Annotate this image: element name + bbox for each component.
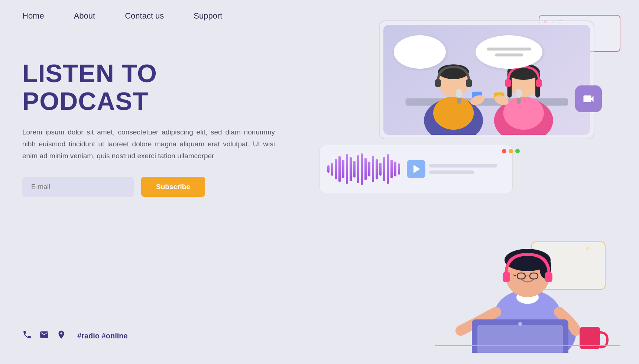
main-title: LISTEN TO PODCAST [22, 59, 275, 115]
waveform-bar [361, 153, 363, 185]
waveform-bar [387, 154, 389, 184]
bottom-person-illustration [416, 197, 620, 353]
speech-bubble-left [394, 35, 446, 69]
svg-rect-30 [545, 272, 552, 282]
description: Lorem ipsum dolor sit amet, consectetuer… [22, 126, 275, 162]
speech-line-1 [487, 48, 531, 51]
speech-line-2 [495, 53, 523, 56]
waveform-bar [364, 158, 367, 180]
svg-rect-37 [477, 325, 563, 353]
svg-rect-16 [505, 79, 511, 87]
waveform-bar [350, 157, 352, 181]
location-icon [56, 330, 66, 342]
nav-home[interactable]: Home [22, 11, 44, 21]
waveform-bar [335, 159, 337, 179]
waveform-bar [379, 163, 382, 176]
waveform-bar [327, 165, 330, 173]
svg-point-38 [518, 322, 522, 326]
svg-rect-17 [536, 79, 542, 87]
subscribe-button[interactable]: Subscribe [141, 177, 205, 197]
illustration-area [267, 0, 639, 364]
video-camera-icon [575, 85, 602, 112]
waveform-bar [357, 155, 359, 183]
svg-rect-6 [466, 79, 472, 87]
waveform-bar [353, 161, 356, 178]
play-button[interactable] [407, 160, 425, 178]
svg-point-2 [433, 97, 474, 130]
nav-contact[interactable]: Contact us [125, 11, 164, 21]
audio-line-2 [429, 170, 474, 174]
svg-point-11 [503, 97, 544, 130]
svg-rect-29 [503, 272, 510, 282]
waveform-bar [338, 156, 341, 182]
subscribe-form: Subscribe [22, 177, 275, 197]
hero-left: LISTEN TO PODCAST Lorem ipsum dolor sit … [22, 59, 275, 197]
waveform-bar [398, 163, 400, 175]
svg-rect-8 [456, 89, 463, 98]
email-icon [39, 330, 49, 342]
audio-info-lines [429, 164, 505, 174]
nav-support[interactable]: Support [194, 11, 222, 21]
hashtags: #radio #online [77, 332, 128, 340]
svg-rect-19 [515, 89, 522, 98]
waveform-bar [342, 160, 344, 178]
audio-player-window [320, 145, 513, 193]
svg-rect-5 [435, 79, 441, 87]
waveform-bar [368, 162, 370, 176]
waveform-bar [372, 156, 374, 182]
waveform-bar [390, 160, 393, 178]
audio-line-1 [429, 164, 497, 168]
waveform-bar [331, 163, 333, 176]
waveform-bar [376, 159, 378, 179]
footer-icons: #radio #online [22, 330, 128, 342]
nav-about[interactable]: About [74, 11, 95, 21]
waveform [327, 153, 403, 185]
speech-bubble-right [476, 35, 542, 69]
email-input[interactable] [22, 177, 134, 197]
waveform-bar [394, 162, 396, 176]
waveform-bar [346, 154, 348, 184]
waveform-bar [383, 157, 385, 181]
phone-icon [22, 330, 32, 342]
